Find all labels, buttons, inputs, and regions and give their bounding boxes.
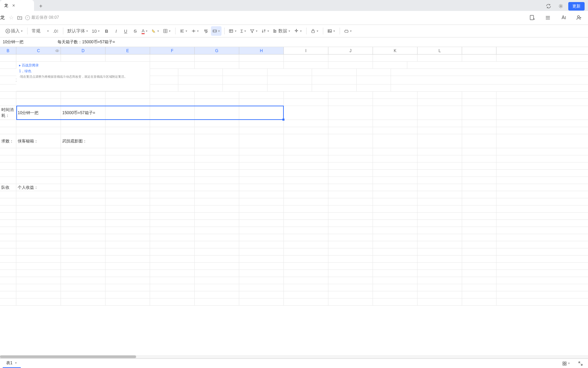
cell[interactable] bbox=[0, 298, 16, 305]
cell[interactable] bbox=[328, 127, 373, 134]
cell[interactable] bbox=[150, 92, 195, 98]
cell[interactable] bbox=[105, 155, 150, 162]
cell[interactable] bbox=[418, 205, 462, 212]
cell[interactable] bbox=[61, 191, 105, 198]
scrollbar-thumb[interactable] bbox=[0, 355, 136, 358]
cell[interactable] bbox=[284, 170, 328, 177]
cell[interactable] bbox=[328, 134, 373, 148]
cell[interactable] bbox=[312, 69, 357, 76]
cell[interactable] bbox=[239, 120, 284, 127]
cell[interactable] bbox=[150, 177, 195, 184]
cell[interactable] bbox=[105, 106, 150, 120]
cell[interactable] bbox=[150, 205, 195, 212]
cell[interactable] bbox=[284, 263, 328, 270]
cell[interactable] bbox=[16, 127, 61, 134]
cell[interactable] bbox=[418, 55, 462, 61]
cell[interactable] bbox=[105, 291, 150, 298]
cell[interactable] bbox=[462, 92, 496, 98]
cell[interactable] bbox=[150, 270, 195, 277]
underline-button[interactable]: U bbox=[121, 26, 130, 36]
cell[interactable] bbox=[16, 248, 61, 255]
cell[interactable] bbox=[373, 227, 418, 234]
cell[interactable] bbox=[418, 298, 462, 305]
cell[interactable] bbox=[328, 220, 373, 227]
cell[interactable] bbox=[284, 270, 328, 277]
formula-bar[interactable]: 10分钟一把 每天箱子数：15000币=57箱子= bbox=[0, 37, 588, 47]
cell[interactable] bbox=[418, 120, 462, 127]
cell[interactable] bbox=[357, 85, 391, 91]
cell[interactable] bbox=[284, 163, 328, 169]
cell[interactable] bbox=[284, 220, 328, 227]
formula-button[interactable]: Σ ▼ bbox=[239, 26, 248, 36]
cell[interactable] bbox=[239, 227, 284, 234]
data-button[interactable]: 数据 ▼ bbox=[272, 26, 292, 36]
cell[interactable] bbox=[284, 99, 328, 106]
cell[interactable] bbox=[61, 263, 105, 270]
cell[interactable] bbox=[418, 148, 462, 155]
close-icon[interactable]: × bbox=[12, 3, 15, 8]
cell[interactable] bbox=[284, 55, 328, 61]
cell[interactable] bbox=[0, 170, 16, 177]
cell[interactable] bbox=[373, 163, 418, 169]
cell[interactable] bbox=[178, 85, 223, 91]
cell[interactable] bbox=[239, 220, 284, 227]
cell[interactable] bbox=[239, 177, 284, 184]
cell[interactable] bbox=[105, 163, 150, 169]
cell[interactable] bbox=[16, 99, 61, 106]
cell[interactable] bbox=[16, 263, 61, 270]
cell[interactable] bbox=[239, 263, 284, 270]
cell[interactable] bbox=[0, 241, 16, 248]
cell[interactable] bbox=[105, 92, 150, 98]
cell[interactable] bbox=[462, 248, 496, 255]
cell[interactable] bbox=[418, 134, 462, 148]
cell[interactable] bbox=[150, 127, 195, 134]
cell[interactable] bbox=[16, 277, 61, 284]
cell[interactable] bbox=[373, 277, 418, 284]
star-icon[interactable]: ☆ bbox=[9, 14, 14, 21]
cell[interactable] bbox=[105, 205, 150, 212]
cell[interactable] bbox=[418, 106, 462, 120]
cell[interactable] bbox=[0, 198, 16, 205]
cell[interactable] bbox=[328, 198, 373, 205]
cell[interactable] bbox=[195, 234, 239, 241]
cell[interactable] bbox=[373, 248, 418, 255]
cell[interactable] bbox=[239, 127, 284, 134]
cell[interactable] bbox=[105, 227, 150, 234]
cell[interactable] bbox=[357, 69, 391, 76]
cell[interactable] bbox=[462, 213, 496, 219]
cell[interactable] bbox=[195, 198, 239, 205]
add-tab-button[interactable]: + bbox=[36, 1, 46, 11]
cell[interactable] bbox=[0, 234, 16, 241]
cell[interactable] bbox=[284, 291, 328, 298]
cell[interactable] bbox=[418, 163, 462, 169]
cell[interactable] bbox=[373, 213, 418, 219]
cell[interactable] bbox=[105, 241, 150, 248]
cell[interactable] bbox=[239, 163, 284, 169]
cell[interactable] bbox=[195, 284, 239, 291]
cell[interactable] bbox=[0, 155, 16, 162]
cell[interactable] bbox=[239, 270, 284, 277]
col-header-b[interactable]: B bbox=[0, 47, 16, 54]
cell[interactable] bbox=[105, 213, 150, 219]
cell[interactable] bbox=[61, 163, 105, 169]
cell[interactable] bbox=[462, 198, 496, 205]
cell[interactable] bbox=[284, 127, 328, 134]
cell[interactable] bbox=[61, 120, 105, 127]
cell[interactable] bbox=[150, 106, 195, 120]
font-select[interactable]: 默认字体 ▼ bbox=[66, 26, 90, 36]
cell[interactable] bbox=[105, 99, 150, 106]
cell[interactable] bbox=[16, 227, 61, 234]
cell[interactable] bbox=[16, 213, 61, 219]
col-header-c[interactable]: C bbox=[16, 47, 61, 54]
cell[interactable] bbox=[328, 213, 373, 219]
cell[interactable] bbox=[0, 177, 16, 184]
cell[interactable] bbox=[105, 220, 150, 227]
cell[interactable] bbox=[0, 277, 16, 284]
cell[interactable] bbox=[462, 99, 496, 106]
format-select[interactable]: 常规 ▼ bbox=[30, 26, 51, 36]
cell[interactable] bbox=[16, 291, 61, 298]
browser-tab[interactable]: 龙 × bbox=[0, 0, 34, 11]
cell[interactable] bbox=[0, 263, 16, 270]
cell[interactable] bbox=[239, 234, 284, 241]
cell[interactable] bbox=[462, 155, 496, 162]
